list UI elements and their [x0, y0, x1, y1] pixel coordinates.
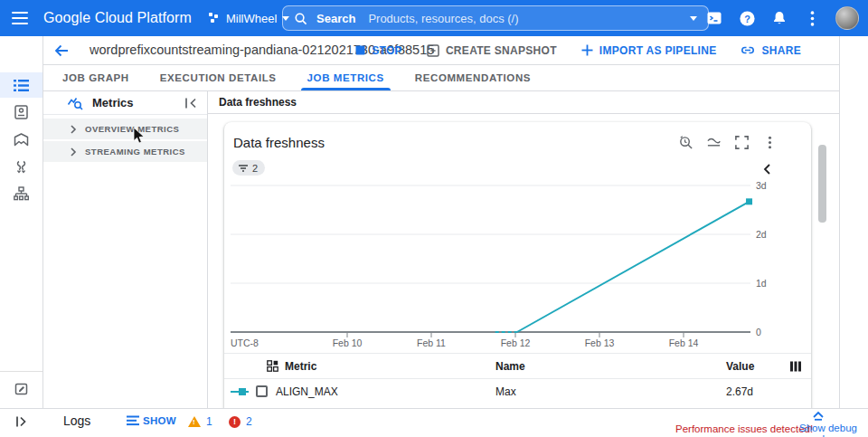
collapsed-right-panel — [839, 36, 868, 408]
section-streaming-metrics[interactable]: STREAMING METRICS — [43, 141, 207, 162]
metric-cell: ALIGN_MAX — [276, 385, 338, 398]
stop-icon — [355, 45, 365, 55]
cloud-shell-icon[interactable] — [705, 9, 723, 27]
expand-logs-panel-icon[interactable] — [14, 414, 29, 429]
import-as-pipeline-button[interactable]: IMPORT AS PIPELINE — [581, 44, 717, 57]
vertical-scrollbar[interactable] — [818, 145, 826, 223]
zoom-reset-icon[interactable] — [678, 135, 693, 150]
rail-resources-icon[interactable] — [0, 181, 42, 206]
legend-table-header: Metric Name Value — [224, 353, 811, 378]
rail-feedback-icon[interactable] — [0, 375, 42, 401]
warning-icon — [188, 416, 201, 427]
filter-icon — [238, 164, 249, 173]
svg-text:Feb 11: Feb 11 — [417, 337, 446, 348]
smoothing-icon[interactable] — [706, 135, 722, 150]
svg-text:?: ? — [744, 13, 750, 24]
plus-icon — [581, 44, 593, 56]
tab-job-graph[interactable]: JOB GRAPH — [47, 65, 145, 90]
series-swatch — [231, 387, 249, 396]
metrics-panel-title: Metrics — [92, 96, 134, 109]
svg-text:UTC-8: UTC-8 — [231, 337, 259, 348]
fullscreen-icon[interactable] — [734, 135, 750, 150]
tab-job-metrics[interactable]: JOB METRICS — [292, 65, 400, 90]
metric-grid-icon[interactable] — [267, 360, 278, 372]
show-debug-panel-link[interactable]: Show debug panel — [799, 423, 868, 437]
filter-count: 2 — [252, 163, 258, 174]
chart-more-options-icon[interactable] — [762, 135, 778, 150]
chart-legend-table: Metric Name Value ALIGN_MAX Max 2.67d — [224, 353, 811, 404]
svg-text:1d: 1d — [756, 278, 767, 289]
search-input[interactable]: Search Products, resources, docs (/) — [282, 5, 709, 31]
rail-pipelines-icon[interactable] — [0, 154, 42, 179]
show-logs-icon — [127, 415, 139, 426]
project-selector[interactable]: MillWheel — [208, 12, 289, 25]
debug-chevron-up-icon[interactable] — [812, 411, 825, 421]
data-freshness-card: Data freshness 2 Feb 10Feb 11Feb 12Feb 1… — [224, 122, 811, 408]
chevron-right-icon — [69, 147, 78, 157]
search-chevron-down-icon[interactable] — [690, 16, 697, 21]
job-tabs: JOB GRAPH EXECUTION DETAILS JOB METRICS … — [43, 65, 839, 91]
project-selector-icon — [208, 12, 221, 24]
svg-text:Feb 14: Feb 14 — [669, 337, 699, 348]
create-snapshot-button[interactable]: CREATE SNAPSHOT — [427, 44, 557, 57]
more-vert-icon[interactable] — [803, 9, 821, 27]
svg-text:Feb 13: Feb 13 — [585, 337, 615, 348]
filter-chip[interactable]: 2 — [232, 160, 265, 176]
svg-text:0: 0 — [756, 327, 761, 337]
product-logo[interactable]: Google Cloud Platform — [43, 10, 192, 26]
snapshot-icon — [427, 44, 439, 57]
content-header-bar: Data freshness — [208, 91, 839, 114]
legend-collapse-icon[interactable] — [762, 164, 773, 175]
chart-title: Data freshness — [233, 135, 325, 150]
chart-toolbar — [678, 135, 778, 150]
name-cell: Max — [495, 385, 726, 398]
section-overview-metrics[interactable]: OVERVIEW METRICS — [43, 119, 207, 139]
metrics-panel-header: Metrics — [43, 91, 207, 115]
collapse-left-panel-icon[interactable] — [184, 96, 198, 110]
value-cell: 2.67d — [726, 385, 784, 398]
error-icon: ! — [229, 416, 241, 428]
svg-text:Feb 12: Feb 12 — [501, 337, 531, 348]
show-logs-button[interactable]: SHOW — [127, 415, 176, 426]
share-button[interactable]: SHARE — [741, 44, 801, 57]
rail-snapshots-icon[interactable] — [0, 127, 42, 152]
rail-notebooks-icon[interactable] — [0, 100, 42, 125]
metrics-side-panel: Metrics OVERVIEW METRICS STREAMING METRI… — [43, 91, 208, 408]
top-app-bar: Google Cloud Platform MillWheel Search P… — [0, 0, 868, 36]
search-placeholder: Products, resources, docs (/) — [368, 12, 518, 25]
table-row: ALIGN_MAX Max 2.67d — [224, 378, 811, 404]
chevron-right-icon — [69, 125, 78, 134]
svg-text:3d: 3d — [756, 180, 767, 191]
notifications-icon[interactable] — [770, 9, 788, 27]
hamburger-menu-icon[interactable] — [0, 0, 40, 36]
col-value: Value — [726, 360, 784, 373]
logs-title: Logs — [63, 413, 90, 428]
search-label: Search — [316, 12, 355, 25]
tab-recommendations[interactable]: RECOMMENDATIONS — [400, 65, 546, 90]
content-breadcrumb: Data freshness — [219, 96, 297, 109]
metrics-icon — [67, 95, 83, 111]
back-arrow-icon[interactable] — [53, 43, 70, 59]
series-checkbox[interactable] — [256, 385, 268, 397]
link-icon — [741, 44, 755, 56]
job-actions: STOP CREATE SNAPSHOT IMPORT AS PIPELINE … — [355, 36, 801, 64]
performance-warning-text: Performance issues detected! — [675, 423, 813, 434]
warning-count[interactable]: 1 — [188, 415, 212, 428]
rail-jobs-icon[interactable] — [0, 72, 42, 98]
error-count[interactable]: ! 2 — [229, 415, 252, 428]
col-metric: Metric — [285, 360, 316, 373]
help-icon[interactable]: ? — [738, 9, 756, 27]
avatar[interactable] — [835, 6, 859, 30]
search-icon — [294, 12, 307, 25]
svg-text:2d: 2d — [756, 229, 767, 240]
screen: Google Cloud Platform MillWheel Search P… — [0, 0, 868, 437]
rail-divider — [0, 371, 42, 372]
svg-text:Feb 10: Feb 10 — [333, 337, 363, 348]
column-settings-icon[interactable] — [789, 360, 802, 373]
project-name: MillWheel — [226, 12, 277, 25]
col-name: Name — [495, 360, 726, 373]
tab-execution-details[interactable]: EXECUTION DETAILS — [145, 65, 292, 90]
stop-button[interactable]: STOP — [355, 44, 402, 57]
